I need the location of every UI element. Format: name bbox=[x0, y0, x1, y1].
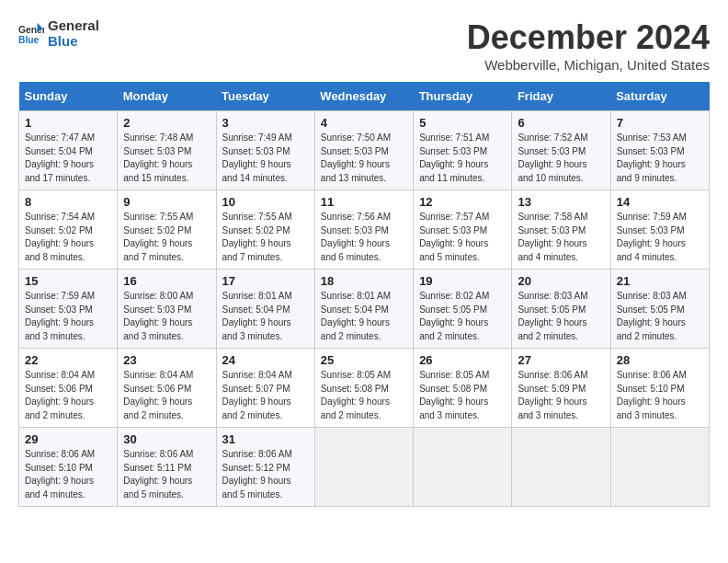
day-info: Sunrise: 7:47 AMSunset: 5:04 PMDaylight:… bbox=[25, 132, 111, 185]
day-number: 26 bbox=[419, 353, 506, 367]
day-info: Sunrise: 8:06 AMSunset: 5:12 PMDaylight:… bbox=[222, 448, 309, 501]
calendar-cell: 14Sunrise: 7:59 AMSunset: 5:03 PMDayligh… bbox=[610, 190, 709, 270]
calendar-cell: 27Sunrise: 8:06 AMSunset: 5:09 PMDayligh… bbox=[512, 349, 610, 428]
calendar-cell: 17Sunrise: 8:01 AMSunset: 5:04 PMDayligh… bbox=[216, 270, 314, 349]
day-info: Sunrise: 8:05 AMSunset: 5:08 PMDaylight:… bbox=[321, 369, 407, 422]
calendar-header-row: SundayMondayTuesdayWednesdayThursdayFrid… bbox=[19, 82, 710, 111]
day-info: Sunrise: 7:52 AMSunset: 5:03 PMDaylight:… bbox=[518, 132, 604, 185]
day-number: 6 bbox=[518, 116, 604, 130]
day-number: 28 bbox=[617, 353, 703, 367]
calendar-cell: 24Sunrise: 8:04 AMSunset: 5:07 PMDayligh… bbox=[216, 349, 314, 428]
weekday-header: Monday bbox=[118, 82, 216, 111]
calendar-cell: 16Sunrise: 8:00 AMSunset: 5:03 PMDayligh… bbox=[118, 270, 216, 349]
day-info: Sunrise: 8:06 AMSunset: 5:10 PMDaylight:… bbox=[25, 448, 111, 501]
logo-general: General bbox=[48, 18, 99, 34]
calendar-cell: 5Sunrise: 7:51 AMSunset: 5:03 PMDaylight… bbox=[414, 111, 512, 190]
calendar-cell: 3Sunrise: 7:49 AMSunset: 5:03 PMDaylight… bbox=[216, 111, 314, 190]
calendar-cell: 4Sunrise: 7:50 AMSunset: 5:03 PMDaylight… bbox=[314, 111, 413, 190]
day-info: Sunrise: 7:54 AMSunset: 5:02 PMDaylight:… bbox=[25, 211, 111, 264]
day-number: 22 bbox=[25, 353, 111, 367]
svg-text:Blue: Blue bbox=[18, 35, 40, 45]
day-number: 4 bbox=[321, 116, 407, 130]
calendar-cell: 11Sunrise: 7:56 AMSunset: 5:03 PMDayligh… bbox=[314, 190, 413, 270]
title-block: December 2024 Webberville, Michigan, Uni… bbox=[467, 18, 710, 73]
calendar-cell: 21Sunrise: 8:03 AMSunset: 5:05 PMDayligh… bbox=[610, 270, 709, 349]
calendar-week-row: 29Sunrise: 8:06 AMSunset: 5:10 PMDayligh… bbox=[19, 428, 710, 507]
day-number: 3 bbox=[222, 116, 309, 130]
day-info: Sunrise: 7:50 AMSunset: 5:03 PMDaylight:… bbox=[321, 132, 407, 185]
calendar-cell: 6Sunrise: 7:52 AMSunset: 5:03 PMDaylight… bbox=[512, 111, 610, 190]
day-info: Sunrise: 8:03 AMSunset: 5:05 PMDaylight:… bbox=[617, 290, 703, 343]
day-number: 30 bbox=[123, 432, 210, 446]
day-info: Sunrise: 7:53 AMSunset: 5:03 PMDaylight:… bbox=[617, 132, 703, 185]
weekday-header: Tuesday bbox=[216, 82, 314, 111]
day-number: 7 bbox=[617, 116, 703, 130]
calendar-cell: 2Sunrise: 7:48 AMSunset: 5:03 PMDaylight… bbox=[118, 111, 216, 190]
day-number: 1 bbox=[25, 116, 111, 130]
day-info: Sunrise: 7:59 AMSunset: 5:03 PMDaylight:… bbox=[617, 211, 703, 264]
calendar-cell: 28Sunrise: 8:06 AMSunset: 5:10 PMDayligh… bbox=[610, 349, 709, 428]
weekday-header: Wednesday bbox=[314, 82, 413, 111]
calendar-week-row: 1Sunrise: 7:47 AMSunset: 5:04 PMDaylight… bbox=[19, 111, 710, 190]
calendar-cell bbox=[414, 428, 512, 507]
calendar-cell: 15Sunrise: 7:59 AMSunset: 5:03 PMDayligh… bbox=[19, 270, 118, 349]
day-number: 17 bbox=[222, 274, 309, 288]
calendar-cell: 19Sunrise: 8:02 AMSunset: 5:05 PMDayligh… bbox=[414, 270, 512, 349]
calendar-cell: 18Sunrise: 8:01 AMSunset: 5:04 PMDayligh… bbox=[314, 270, 413, 349]
calendar-week-row: 22Sunrise: 8:04 AMSunset: 5:06 PMDayligh… bbox=[19, 349, 710, 428]
day-number: 15 bbox=[25, 274, 111, 288]
calendar-week-row: 8Sunrise: 7:54 AMSunset: 5:02 PMDaylight… bbox=[19, 190, 710, 270]
location: Webberville, Michigan, United States bbox=[467, 57, 710, 73]
day-info: Sunrise: 7:51 AMSunset: 5:03 PMDaylight:… bbox=[419, 132, 506, 185]
day-number: 23 bbox=[123, 353, 210, 367]
calendar-cell: 1Sunrise: 7:47 AMSunset: 5:04 PMDaylight… bbox=[19, 111, 118, 190]
calendar-cell: 31Sunrise: 8:06 AMSunset: 5:12 PMDayligh… bbox=[216, 428, 314, 507]
calendar-cell: 26Sunrise: 8:05 AMSunset: 5:08 PMDayligh… bbox=[414, 349, 512, 428]
day-info: Sunrise: 8:01 AMSunset: 5:04 PMDaylight:… bbox=[222, 290, 309, 343]
day-info: Sunrise: 7:49 AMSunset: 5:03 PMDaylight:… bbox=[222, 132, 309, 185]
day-number: 24 bbox=[222, 353, 309, 367]
calendar-table: SundayMondayTuesdayWednesdayThursdayFrid… bbox=[18, 82, 710, 507]
day-info: Sunrise: 8:06 AMSunset: 5:11 PMDaylight:… bbox=[123, 448, 210, 501]
calendar-cell: 7Sunrise: 7:53 AMSunset: 5:03 PMDaylight… bbox=[610, 111, 709, 190]
day-info: Sunrise: 7:48 AMSunset: 5:03 PMDaylight:… bbox=[123, 132, 210, 185]
day-number: 31 bbox=[222, 432, 309, 446]
day-info: Sunrise: 8:04 AMSunset: 5:07 PMDaylight:… bbox=[222, 369, 309, 422]
day-info: Sunrise: 8:00 AMSunset: 5:03 PMDaylight:… bbox=[123, 290, 210, 343]
page-header: General Blue General Blue December 2024 … bbox=[18, 18, 710, 73]
calendar-cell: 29Sunrise: 8:06 AMSunset: 5:10 PMDayligh… bbox=[19, 428, 118, 507]
calendar-cell: 10Sunrise: 7:55 AMSunset: 5:02 PMDayligh… bbox=[216, 190, 314, 270]
weekday-header: Sunday bbox=[19, 82, 118, 111]
calendar-cell: 13Sunrise: 7:58 AMSunset: 5:03 PMDayligh… bbox=[512, 190, 610, 270]
day-info: Sunrise: 7:56 AMSunset: 5:03 PMDaylight:… bbox=[321, 211, 407, 264]
day-info: Sunrise: 7:58 AMSunset: 5:03 PMDaylight:… bbox=[518, 211, 604, 264]
day-info: Sunrise: 8:04 AMSunset: 5:06 PMDaylight:… bbox=[123, 369, 210, 422]
logo: General Blue General Blue bbox=[18, 18, 99, 49]
day-number: 18 bbox=[321, 274, 407, 288]
calendar-cell: 9Sunrise: 7:55 AMSunset: 5:02 PMDaylight… bbox=[118, 190, 216, 270]
month-title: December 2024 bbox=[467, 18, 710, 57]
calendar-cell: 8Sunrise: 7:54 AMSunset: 5:02 PMDaylight… bbox=[19, 190, 118, 270]
day-number: 12 bbox=[419, 195, 506, 209]
day-info: Sunrise: 7:57 AMSunset: 5:03 PMDaylight:… bbox=[419, 211, 506, 264]
logo-blue: Blue bbox=[48, 34, 99, 50]
day-number: 8 bbox=[25, 195, 111, 209]
day-number: 14 bbox=[617, 195, 703, 209]
day-number: 20 bbox=[518, 274, 604, 288]
calendar-cell: 22Sunrise: 8:04 AMSunset: 5:06 PMDayligh… bbox=[19, 349, 118, 428]
day-info: Sunrise: 8:01 AMSunset: 5:04 PMDaylight:… bbox=[321, 290, 407, 343]
logo-icon: General Blue bbox=[18, 21, 44, 47]
day-number: 19 bbox=[419, 274, 506, 288]
calendar-week-row: 15Sunrise: 7:59 AMSunset: 5:03 PMDayligh… bbox=[19, 270, 710, 349]
day-number: 5 bbox=[419, 116, 506, 130]
day-number: 13 bbox=[518, 195, 604, 209]
calendar-cell: 25Sunrise: 8:05 AMSunset: 5:08 PMDayligh… bbox=[314, 349, 413, 428]
weekday-header: Saturday bbox=[610, 82, 709, 111]
weekday-header: Thursday bbox=[414, 82, 512, 111]
day-info: Sunrise: 8:05 AMSunset: 5:08 PMDaylight:… bbox=[419, 369, 506, 422]
day-info: Sunrise: 8:02 AMSunset: 5:05 PMDaylight:… bbox=[419, 290, 506, 343]
calendar-cell: 30Sunrise: 8:06 AMSunset: 5:11 PMDayligh… bbox=[118, 428, 216, 507]
calendar-cell bbox=[610, 428, 709, 507]
day-number: 27 bbox=[518, 353, 604, 367]
calendar-cell: 20Sunrise: 8:03 AMSunset: 5:05 PMDayligh… bbox=[512, 270, 610, 349]
